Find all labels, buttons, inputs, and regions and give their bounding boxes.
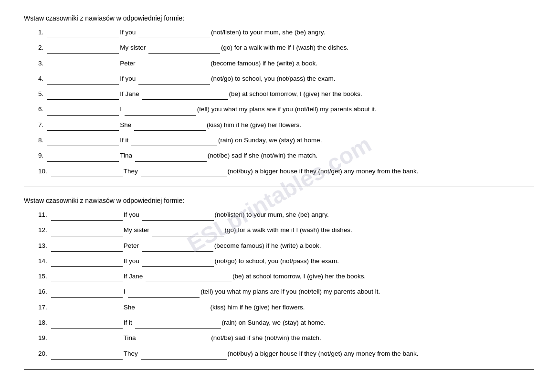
answer-blank[interactable] <box>47 77 119 85</box>
list-item: 20.They (not/buy) a bigger house if they… <box>38 348 534 360</box>
item-number: 13. <box>38 242 47 249</box>
answer-blank[interactable] <box>135 321 221 328</box>
exercise-text: (stay) at home. <box>283 319 326 326</box>
answer-blank[interactable] <box>146 275 232 282</box>
item-number: 19. <box>38 334 47 341</box>
exercise-text: (not/go) to school, you <box>215 257 280 265</box>
exercise-text: (not/be) sad if she <box>211 334 264 341</box>
list-item: 4.If you (not/go) to school, you (not/pa… <box>38 73 534 85</box>
item-number: 7. <box>38 121 43 128</box>
item-number: 10. <box>38 168 47 175</box>
exercise-text: (be) angry. <box>295 29 325 36</box>
answer-blank[interactable] <box>47 92 119 100</box>
answer-blank[interactable] <box>138 31 210 38</box>
list-item: 19.Tina (not/be) sad if she (not/win) th… <box>38 332 534 344</box>
exercise-text: (tell) you what my plans are if you <box>200 288 298 295</box>
exercise-text: (be) at school tomorrow, I <box>229 90 304 97</box>
list-item: 10.They (not/buy) a bigger house if they… <box>38 166 534 177</box>
item-number: 16. <box>38 288 47 295</box>
answer-blank[interactable] <box>152 229 224 236</box>
exercise-text: (wash) the dishes. <box>300 226 352 233</box>
exercise-text: (not/buy) a bigger house if they <box>228 168 318 175</box>
exercise-text: If you <box>120 29 137 36</box>
answer-blank[interactable] <box>142 92 228 100</box>
answer-blank[interactable] <box>148 46 220 54</box>
answer-blank[interactable] <box>51 259 123 267</box>
list-item: 18.If it (rain) on Sunday, we (stay) at … <box>38 317 534 328</box>
answer-blank[interactable] <box>142 259 214 267</box>
list-item: 16.I (tell) you what my plans are if you… <box>38 286 534 297</box>
answer-blank[interactable] <box>138 306 210 313</box>
exercise-text: (go) for a walk with me if I <box>221 44 296 51</box>
exercise-text: (become famous) if he <box>211 60 276 67</box>
exercise-text: (not/pass) the exam. <box>276 75 335 82</box>
exercise-text: (rain) on Sunday, we <box>218 137 279 144</box>
list-item: 13.Peter (become famous) if he (write) a… <box>38 240 534 252</box>
answer-blank[interactable] <box>135 154 207 162</box>
answer-blank[interactable] <box>138 77 210 85</box>
item-number: 6. <box>38 106 43 113</box>
exercise-text: (not/win) the match. <box>261 152 318 159</box>
answer-blank[interactable] <box>142 213 214 221</box>
exercise-text: I <box>124 288 127 295</box>
exercise-text: They <box>124 350 140 357</box>
answer-blank[interactable] <box>125 108 196 116</box>
answer-blank[interactable] <box>47 31 119 38</box>
exercise-text: (write) a book. <box>280 242 321 249</box>
answer-blank[interactable] <box>51 337 123 344</box>
answer-blank[interactable] <box>51 290 123 298</box>
exercise-text: (not/pass) the exam. <box>280 257 339 265</box>
answer-blank[interactable] <box>141 170 227 177</box>
item-number: 20. <box>38 350 47 357</box>
answer-blank[interactable] <box>51 306 123 313</box>
exercise-text: (rain) on Sunday, we <box>222 319 283 326</box>
list-item: 15.If Jane (be) at school tomorrow, I (g… <box>38 271 534 282</box>
exercise-text: (give) her flowers. <box>250 121 301 128</box>
list-item: 17.She (kiss) him if he (give) her flowe… <box>38 302 534 313</box>
answer-blank[interactable] <box>141 352 227 360</box>
exercise-text: My sister <box>120 44 147 51</box>
answer-blank[interactable] <box>47 62 119 69</box>
answer-blank[interactable] <box>47 123 119 131</box>
item-number: 12. <box>38 226 47 233</box>
exercise-text: If you <box>120 75 137 82</box>
list-item: 5.If Jane (be) at school tomorrow, I (gi… <box>38 88 534 100</box>
item-number: 15. <box>38 273 47 280</box>
exercise-text: My sister <box>124 226 151 233</box>
exercise-text: (wash) the dishes. <box>296 44 349 51</box>
answer-blank[interactable] <box>47 138 119 146</box>
answer-blank[interactable] <box>138 62 210 69</box>
exercise-text: She <box>124 304 137 311</box>
exercise-text: (go) for a walk with me if I <box>225 226 300 233</box>
exercise-text: (kiss) him if he <box>207 121 250 128</box>
answer-blank[interactable] <box>47 108 119 116</box>
exercise-text: Peter <box>120 60 137 67</box>
item-number: 11. <box>38 211 47 218</box>
answer-blank[interactable] <box>51 244 123 252</box>
list-item: 11.If you (not/listen) to your mum, she … <box>38 209 534 221</box>
list-item: 7.She (kiss) him if he (give) her flower… <box>38 119 534 131</box>
exercise-list-1: 1.If you (not/listen) to your mum, she (… <box>24 27 534 177</box>
answer-blank[interactable] <box>51 213 123 221</box>
answer-blank[interactable] <box>131 138 217 146</box>
answer-blank[interactable] <box>51 170 123 177</box>
answer-blank[interactable] <box>51 321 123 328</box>
exercise-text: Peter <box>124 242 141 249</box>
exercise-text: I <box>120 106 124 113</box>
section-1: Wstaw czasowniki z nawiasów w odpowiedni… <box>24 14 534 177</box>
list-item: 9.Tina (not/be) sad if she (not/win) the… <box>38 150 534 161</box>
exercise-text: (be) angry. <box>298 211 328 218</box>
answer-blank[interactable] <box>47 46 119 54</box>
exercise-text: If you <box>124 257 141 265</box>
answer-blank[interactable] <box>134 123 206 131</box>
answer-blank[interactable] <box>138 337 210 344</box>
answer-blank[interactable] <box>51 352 123 360</box>
answer-blank[interactable] <box>51 229 123 236</box>
answer-blank[interactable] <box>47 154 119 162</box>
answer-blank[interactable] <box>51 275 123 282</box>
answer-blank[interactable] <box>128 290 200 298</box>
exercise-text: (not/tell) my parents about it. <box>298 288 380 295</box>
exercise-text: (give) her the books. <box>307 273 366 280</box>
answer-blank[interactable] <box>142 244 213 252</box>
item-number: 4. <box>38 75 43 82</box>
